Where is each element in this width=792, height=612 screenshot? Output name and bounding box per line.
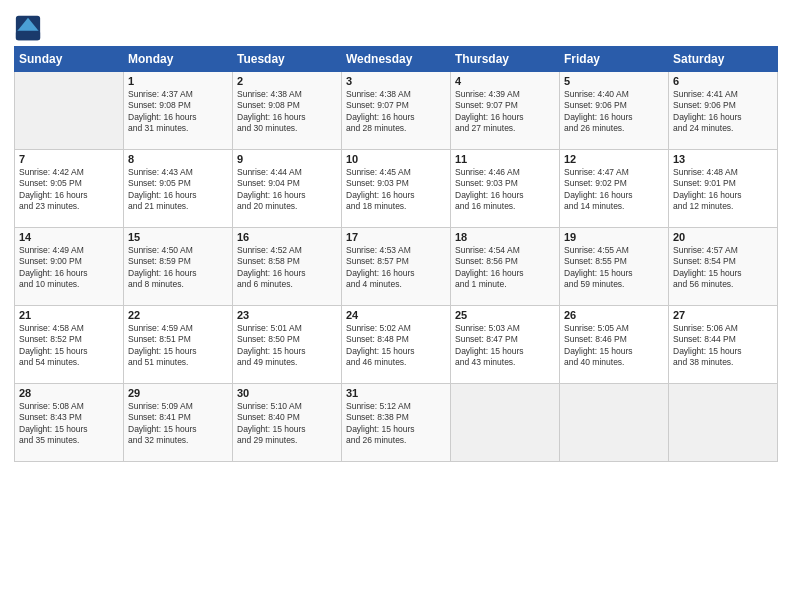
day-detail: Sunrise: 4:42 AM Sunset: 9:05 PM Dayligh… [19,167,119,213]
calendar-cell: 16Sunrise: 4:52 AM Sunset: 8:58 PM Dayli… [233,228,342,306]
calendar-cell: 28Sunrise: 5:08 AM Sunset: 8:43 PM Dayli… [15,384,124,462]
day-detail: Sunrise: 5:09 AM Sunset: 8:41 PM Dayligh… [128,401,228,447]
week-row-4: 21Sunrise: 4:58 AM Sunset: 8:52 PM Dayli… [15,306,778,384]
weekday-header-friday: Friday [560,47,669,72]
day-number: 2 [237,75,337,87]
week-row-1: 1Sunrise: 4:37 AM Sunset: 9:08 PM Daylig… [15,72,778,150]
calendar-cell: 18Sunrise: 4:54 AM Sunset: 8:56 PM Dayli… [451,228,560,306]
day-number: 28 [19,387,119,399]
day-detail: Sunrise: 5:10 AM Sunset: 8:40 PM Dayligh… [237,401,337,447]
weekday-header-saturday: Saturday [669,47,778,72]
calendar-container: SundayMondayTuesdayWednesdayThursdayFrid… [0,0,792,470]
header [14,10,778,42]
day-detail: Sunrise: 4:49 AM Sunset: 9:00 PM Dayligh… [19,245,119,291]
calendar-cell: 4Sunrise: 4:39 AM Sunset: 9:07 PM Daylig… [451,72,560,150]
day-number: 8 [128,153,228,165]
day-number: 24 [346,309,446,321]
day-number: 5 [564,75,664,87]
calendar-cell [560,384,669,462]
day-number: 16 [237,231,337,243]
day-detail: Sunrise: 4:47 AM Sunset: 9:02 PM Dayligh… [564,167,664,213]
day-number: 13 [673,153,773,165]
weekday-header-wednesday: Wednesday [342,47,451,72]
day-detail: Sunrise: 4:44 AM Sunset: 9:04 PM Dayligh… [237,167,337,213]
calendar-cell: 21Sunrise: 4:58 AM Sunset: 8:52 PM Dayli… [15,306,124,384]
calendar-cell: 30Sunrise: 5:10 AM Sunset: 8:40 PM Dayli… [233,384,342,462]
calendar-cell: 3Sunrise: 4:38 AM Sunset: 9:07 PM Daylig… [342,72,451,150]
day-detail: Sunrise: 4:55 AM Sunset: 8:55 PM Dayligh… [564,245,664,291]
day-detail: Sunrise: 4:37 AM Sunset: 9:08 PM Dayligh… [128,89,228,135]
day-detail: Sunrise: 4:41 AM Sunset: 9:06 PM Dayligh… [673,89,773,135]
day-number: 15 [128,231,228,243]
day-detail: Sunrise: 5:05 AM Sunset: 8:46 PM Dayligh… [564,323,664,369]
day-number: 27 [673,309,773,321]
week-row-2: 7Sunrise: 4:42 AM Sunset: 9:05 PM Daylig… [15,150,778,228]
weekday-header-monday: Monday [124,47,233,72]
calendar-cell: 24Sunrise: 5:02 AM Sunset: 8:48 PM Dayli… [342,306,451,384]
day-detail: Sunrise: 4:54 AM Sunset: 8:56 PM Dayligh… [455,245,555,291]
svg-rect-2 [16,31,40,40]
day-number: 22 [128,309,228,321]
day-number: 25 [455,309,555,321]
day-detail: Sunrise: 4:59 AM Sunset: 8:51 PM Dayligh… [128,323,228,369]
calendar-cell: 13Sunrise: 4:48 AM Sunset: 9:01 PM Dayli… [669,150,778,228]
day-number: 12 [564,153,664,165]
day-number: 10 [346,153,446,165]
day-detail: Sunrise: 4:46 AM Sunset: 9:03 PM Dayligh… [455,167,555,213]
weekday-header-row: SundayMondayTuesdayWednesdayThursdayFrid… [15,47,778,72]
day-number: 17 [346,231,446,243]
calendar-cell: 27Sunrise: 5:06 AM Sunset: 8:44 PM Dayli… [669,306,778,384]
day-number: 7 [19,153,119,165]
day-detail: Sunrise: 5:12 AM Sunset: 8:38 PM Dayligh… [346,401,446,447]
day-detail: Sunrise: 4:38 AM Sunset: 9:08 PM Dayligh… [237,89,337,135]
day-number: 29 [128,387,228,399]
day-number: 31 [346,387,446,399]
calendar-cell: 6Sunrise: 4:41 AM Sunset: 9:06 PM Daylig… [669,72,778,150]
calendar-cell [451,384,560,462]
day-number: 18 [455,231,555,243]
day-detail: Sunrise: 4:39 AM Sunset: 9:07 PM Dayligh… [455,89,555,135]
day-detail: Sunrise: 4:38 AM Sunset: 9:07 PM Dayligh… [346,89,446,135]
calendar-cell: 2Sunrise: 4:38 AM Sunset: 9:08 PM Daylig… [233,72,342,150]
calendar-cell: 5Sunrise: 4:40 AM Sunset: 9:06 PM Daylig… [560,72,669,150]
day-number: 11 [455,153,555,165]
day-number: 20 [673,231,773,243]
calendar-cell: 29Sunrise: 5:09 AM Sunset: 8:41 PM Dayli… [124,384,233,462]
day-detail: Sunrise: 5:03 AM Sunset: 8:47 PM Dayligh… [455,323,555,369]
day-detail: Sunrise: 4:57 AM Sunset: 8:54 PM Dayligh… [673,245,773,291]
day-detail: Sunrise: 5:06 AM Sunset: 8:44 PM Dayligh… [673,323,773,369]
logo-icon [14,14,42,42]
day-number: 1 [128,75,228,87]
calendar-cell: 11Sunrise: 4:46 AM Sunset: 9:03 PM Dayli… [451,150,560,228]
day-detail: Sunrise: 4:48 AM Sunset: 9:01 PM Dayligh… [673,167,773,213]
calendar-cell: 8Sunrise: 4:43 AM Sunset: 9:05 PM Daylig… [124,150,233,228]
calendar-cell: 23Sunrise: 5:01 AM Sunset: 8:50 PM Dayli… [233,306,342,384]
day-detail: Sunrise: 4:43 AM Sunset: 9:05 PM Dayligh… [128,167,228,213]
calendar-cell: 31Sunrise: 5:12 AM Sunset: 8:38 PM Dayli… [342,384,451,462]
calendar-cell: 1Sunrise: 4:37 AM Sunset: 9:08 PM Daylig… [124,72,233,150]
calendar-cell [669,384,778,462]
calendar-cell: 17Sunrise: 4:53 AM Sunset: 8:57 PM Dayli… [342,228,451,306]
day-detail: Sunrise: 4:53 AM Sunset: 8:57 PM Dayligh… [346,245,446,291]
calendar-table: SundayMondayTuesdayWednesdayThursdayFrid… [14,46,778,462]
day-number: 9 [237,153,337,165]
day-detail: Sunrise: 4:52 AM Sunset: 8:58 PM Dayligh… [237,245,337,291]
calendar-cell: 10Sunrise: 4:45 AM Sunset: 9:03 PM Dayli… [342,150,451,228]
calendar-cell: 20Sunrise: 4:57 AM Sunset: 8:54 PM Dayli… [669,228,778,306]
calendar-cell: 14Sunrise: 4:49 AM Sunset: 9:00 PM Dayli… [15,228,124,306]
calendar-cell: 12Sunrise: 4:47 AM Sunset: 9:02 PM Dayli… [560,150,669,228]
day-number: 21 [19,309,119,321]
day-detail: Sunrise: 5:02 AM Sunset: 8:48 PM Dayligh… [346,323,446,369]
day-number: 23 [237,309,337,321]
day-detail: Sunrise: 4:50 AM Sunset: 8:59 PM Dayligh… [128,245,228,291]
calendar-cell: 22Sunrise: 4:59 AM Sunset: 8:51 PM Dayli… [124,306,233,384]
day-detail: Sunrise: 5:08 AM Sunset: 8:43 PM Dayligh… [19,401,119,447]
calendar-cell: 25Sunrise: 5:03 AM Sunset: 8:47 PM Dayli… [451,306,560,384]
day-detail: Sunrise: 4:45 AM Sunset: 9:03 PM Dayligh… [346,167,446,213]
day-detail: Sunrise: 4:40 AM Sunset: 9:06 PM Dayligh… [564,89,664,135]
calendar-cell: 7Sunrise: 4:42 AM Sunset: 9:05 PM Daylig… [15,150,124,228]
calendar-cell: 15Sunrise: 4:50 AM Sunset: 8:59 PM Dayli… [124,228,233,306]
day-number: 14 [19,231,119,243]
weekday-header-sunday: Sunday [15,47,124,72]
day-number: 19 [564,231,664,243]
